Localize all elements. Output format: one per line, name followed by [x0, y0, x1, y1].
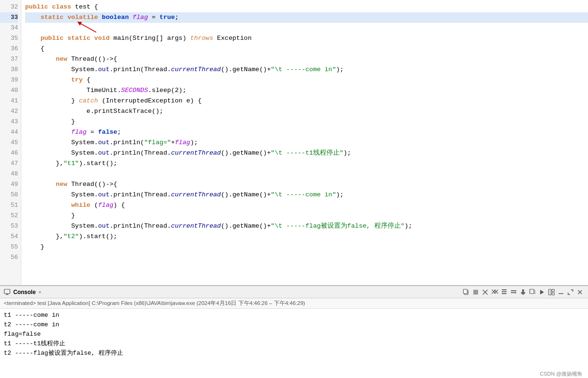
close-console-button[interactable] — [576, 288, 584, 296]
console-title-area: Console ✕ — [4, 289, 462, 295]
line-number-34: 34 — [0, 23, 18, 33]
svg-rect-6 — [463, 289, 467, 294]
line-number-46: 46 — [0, 148, 18, 158]
svg-rect-22 — [530, 289, 534, 294]
svg-rect-16 — [502, 289, 507, 290]
line-number-40: 40 — [0, 85, 18, 96]
console-output-line: t1 -----come in — [4, 311, 584, 320]
svg-rect-29 — [552, 293, 554, 295]
svg-marker-26 — [540, 290, 544, 295]
svg-rect-27 — [549, 289, 551, 295]
layout-button[interactable] — [547, 288, 556, 296]
line-numbers: 3233343536373839404142434445464748495051… — [0, 0, 21, 285]
line-number-55: 55 — [0, 242, 18, 252]
code-editor: 3233343536373839404142434445464748495051… — [0, 0, 588, 286]
svg-rect-17 — [511, 290, 516, 291]
code-line-46: System.out.println(Thread.currentThread(… — [25, 148, 588, 158]
line-number-41: 41 — [0, 96, 18, 106]
line-number-47: 47 — [0, 158, 18, 169]
code-line-56 — [25, 252, 588, 263]
code-line-44: flag = false; — [25, 127, 588, 138]
scroll-lock-button[interactable] — [500, 288, 508, 296]
line-number-50: 50 — [0, 190, 18, 200]
console-output-line: t1 -----t1线程停止 — [4, 339, 584, 349]
svg-rect-19 — [522, 289, 524, 292]
code-line-38: System.out.println(Thread.currentThread(… — [25, 65, 588, 75]
console-output: t1 -----come int2 -----come inflag=false… — [0, 309, 588, 369]
line-number-52: 52 — [0, 211, 18, 221]
code-line-33: static volatile boolean flag = true; — [25, 12, 588, 23]
code-line-43: } — [25, 117, 588, 127]
code-line-36: { — [25, 44, 588, 54]
svg-rect-15 — [502, 291, 507, 292]
code-line-40: TimeUnit.SECONDS.sleep(2); — [25, 85, 588, 96]
line-number-44: 44 — [0, 127, 18, 138]
console-output-line: flag=false — [4, 330, 584, 339]
code-line-39: try { — [25, 75, 588, 85]
code-line-54: },"t2").start(); — [25, 231, 588, 242]
console-output-line: t2 -----flag被设置为false, 程序停止 — [4, 349, 584, 358]
line-number-37: 37 — [0, 54, 18, 65]
code-line-55: } — [25, 242, 588, 252]
console-panel: Console ✕ — [0, 286, 588, 378]
svg-marker-20 — [521, 292, 525, 295]
console-icon — [4, 289, 10, 295]
stop-button[interactable] — [471, 288, 480, 296]
line-number-42: 42 — [0, 106, 18, 117]
line-number-32: 32 — [0, 2, 18, 12]
console-status: <terminated> test [Java Application] C:\… — [0, 298, 588, 309]
code-line-52: } — [25, 211, 588, 221]
svg-rect-7 — [473, 290, 478, 295]
svg-rect-28 — [552, 289, 554, 292]
line-number-49: 49 — [0, 179, 18, 190]
line-number-51: 51 — [0, 200, 18, 211]
line-number-38: 38 — [0, 65, 18, 75]
svg-rect-18 — [511, 292, 515, 293]
line-number-54: 54 — [0, 231, 18, 242]
maximize-button[interactable] — [566, 288, 575, 296]
console-footer: CSDN @微扬嘴角 — [0, 369, 588, 378]
footer-text: CSDN @微扬嘴角 — [540, 370, 582, 378]
code-line-53: System.out.println(Thread.currentThread(… — [25, 221, 588, 231]
console-toolbar — [462, 288, 584, 296]
new-console-button[interactable] — [528, 288, 537, 296]
svg-rect-2 — [4, 289, 10, 294]
code-line-47: },"t1").start(); — [25, 158, 588, 169]
code-line-41: } catch (InterruptedException e) { — [25, 96, 588, 106]
line-number-33: 33 — [0, 12, 18, 23]
line-number-45: 45 — [0, 138, 18, 148]
svg-rect-3 — [6, 294, 9, 295]
code-line-49: new Thread(()->{ — [25, 179, 588, 190]
word-wrap-button[interactable] — [509, 288, 518, 296]
code-line-32: public class test { — [25, 2, 588, 12]
line-number-53: 53 — [0, 221, 18, 231]
run-button[interactable] — [538, 288, 546, 296]
code-line-51: while (flag) { — [25, 200, 588, 211]
code-line-37: new Thread(()->{ — [25, 54, 588, 65]
line-number-35: 35 — [0, 33, 18, 44]
code-line-45: System.out.println("flag="+flag); — [25, 138, 588, 148]
line-number-36: 36 — [0, 44, 18, 54]
console-close-tab[interactable]: ✕ — [38, 289, 41, 295]
code-lines: public class test { static volatile bool… — [21, 0, 588, 285]
code-line-35: public static void main(String[] args) t… — [25, 33, 588, 44]
remove-button[interactable] — [481, 288, 489, 296]
code-line-34 — [25, 23, 588, 33]
code-line-50: System.out.println(Thread.currentThread(… — [25, 190, 588, 200]
console-output-line: t2 -----come in — [4, 320, 584, 330]
line-number-56: 56 — [0, 252, 18, 263]
svg-rect-14 — [502, 293, 507, 294]
line-number-48: 48 — [0, 169, 18, 179]
line-number-39: 39 — [0, 75, 18, 85]
minimize-button[interactable] — [557, 288, 565, 296]
remove-all-button[interactable] — [490, 288, 499, 296]
horizontal-scrollbar[interactable] — [0, 285, 588, 286]
console-header: Console ✕ — [0, 286, 588, 298]
console-title: Console — [13, 289, 36, 295]
copy-button[interactable] — [462, 288, 470, 296]
code-line-42: e.printStackTrace(); — [25, 106, 588, 117]
pin-console-button[interactable] — [519, 288, 527, 296]
line-number-43: 43 — [0, 117, 18, 127]
code-line-48 — [25, 169, 588, 179]
